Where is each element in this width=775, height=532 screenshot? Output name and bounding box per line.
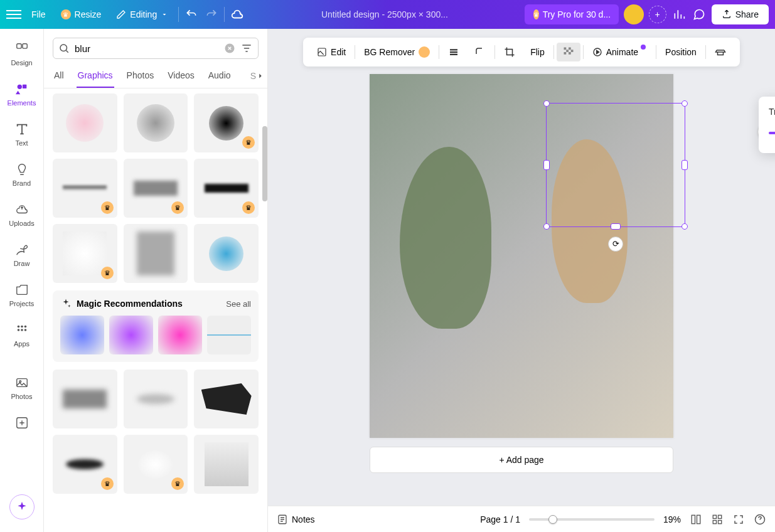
corner-radius-button[interactable] [468,43,492,61]
graphic-thumb[interactable] [194,370,259,428]
divider [494,45,495,59]
nav-draw[interactable]: Draw [0,237,43,272]
try-pro-button[interactable]: ♛ Try Pro for 30 d... [525,4,619,24]
nav-photos[interactable]: Photos [0,370,43,405]
graphic-thumb[interactable] [124,370,188,428]
graphic-thumb[interactable]: ♛ [53,224,117,283]
rec-thumb[interactable] [207,316,251,354]
notes-button[interactable]: Notes [277,514,315,525]
animate-button[interactable]: Animate [586,43,653,61]
graphic-thumb[interactable]: ♛ [53,159,117,218]
rec-thumb[interactable] [109,316,153,354]
menu-button[interactable] [6,7,21,22]
transparency-button[interactable] [557,43,580,61]
selection-box[interactable]: ⟳ [546,103,686,226]
graphic-thumb[interactable]: ♛ [194,93,259,152]
editing-dropdown[interactable]: Editing [111,6,173,23]
rotate-handle[interactable]: ⟳ [608,237,623,252]
new-badge [641,45,646,50]
rec-thumb[interactable] [60,316,104,354]
tabs-scroll-right[interactable]: S [249,64,267,88]
add-page-button[interactable]: + Add page [370,447,673,473]
graphic-thumb[interactable] [194,224,259,283]
nav-apps[interactable]: Apps [0,317,43,353]
graphic-thumb[interactable] [53,93,117,152]
uploads-icon [14,202,29,217]
nav-uploads[interactable]: Uploads [0,197,43,232]
magic-recommendations: Magic Recommendations See all [53,290,259,362]
resize-button[interactable]: ♛ Resize [56,6,107,23]
scrollbar[interactable] [262,126,267,201]
file-menu[interactable]: File [26,6,51,23]
canvas-viewport[interactable]: ⟳ + Add page [268,66,775,506]
search-input[interactable] [75,43,219,54]
graphic-thumb[interactable]: ♛ [124,159,188,218]
graphic-thumb[interactable] [124,93,188,152]
nav-projects[interactable]: Projects [0,277,43,312]
thumbnail-view-button[interactable] [711,513,724,526]
resize-handle-tl[interactable] [543,100,550,107]
zoom-slider[interactable] [529,518,655,521]
graphic-thumb[interactable]: ♛ [53,435,117,494]
tab-graphics[interactable]: Graphics [77,64,114,88]
tab-audio[interactable]: Audio [207,64,232,88]
resize-handle-tr[interactable] [681,100,688,107]
nav-elements[interactable]: Elements [0,77,43,112]
user-avatar[interactable] [624,4,644,24]
magic-button[interactable] [9,494,35,519]
tab-all[interactable]: All [53,64,65,88]
analytics-icon[interactable] [671,7,687,22]
resize-handle-bl[interactable] [543,223,550,230]
cloud-sync-icon[interactable] [230,7,245,22]
redo-button[interactable] [204,7,219,22]
svg-rect-26 [713,515,716,518]
bg-remover-button[interactable]: BG Remover [358,43,436,61]
graphic-thumb[interactable] [53,370,117,428]
transparency-popover: Transparency 70 [759,97,775,153]
sparkle-icon [16,501,28,513]
edit-image-button[interactable]: Edit [311,43,352,61]
resize-handle-mb[interactable] [611,223,621,230]
resize-handle-ml[interactable] [543,160,550,170]
zoom-value[interactable]: 19% [663,514,681,524]
clear-search-icon[interactable] [224,43,235,54]
add-member-button[interactable]: + [649,6,666,23]
graphic-thumb[interactable]: ♛ [124,435,188,494]
transparency-slider[interactable] [769,132,775,134]
more-button[interactable] [708,43,732,61]
undo-button[interactable] [184,7,199,22]
crop-button[interactable] [498,43,521,61]
svg-point-4 [17,326,19,328]
line-weight-button[interactable] [442,43,466,61]
graphic-thumb[interactable] [194,435,259,494]
share-button[interactable]: Share [712,4,769,24]
filter-icon[interactable] [240,42,253,55]
apps-icon [14,322,29,338]
svg-rect-3 [22,85,26,88]
tab-photos[interactable]: Photos [126,64,156,88]
graphic-thumb[interactable] [124,224,188,283]
nav-design[interactable]: Design [0,36,43,72]
graphic-thumb[interactable]: ♛ [194,159,259,218]
transparency-label: Transparency [769,107,775,117]
nav-label: Uploads [9,220,34,227]
help-button[interactable] [754,513,766,526]
premium-badge: ♛ [171,477,184,490]
design-page[interactable]: ⟳ [370,74,673,438]
flip-button[interactable]: Flip [524,43,551,61]
grid-view-button[interactable] [690,513,702,526]
fullscreen-button[interactable] [732,513,745,526]
tab-videos[interactable]: Videos [166,64,196,88]
see-all-link[interactable]: See all [226,299,251,309]
resize-handle-br[interactable] [681,223,688,230]
rec-thumb[interactable] [158,316,202,354]
nav-add-app[interactable] [0,410,43,435]
comments-icon[interactable] [692,7,707,22]
resize-handle-mr[interactable] [681,160,688,170]
design-title[interactable]: Untitled design - 2500px × 300... [250,9,519,19]
nav-text[interactable]: Text [0,117,43,152]
zoom-handle[interactable] [548,515,557,524]
position-button[interactable]: Position [659,43,703,61]
svg-rect-29 [719,520,722,523]
nav-brand[interactable]: Brand [0,157,43,192]
